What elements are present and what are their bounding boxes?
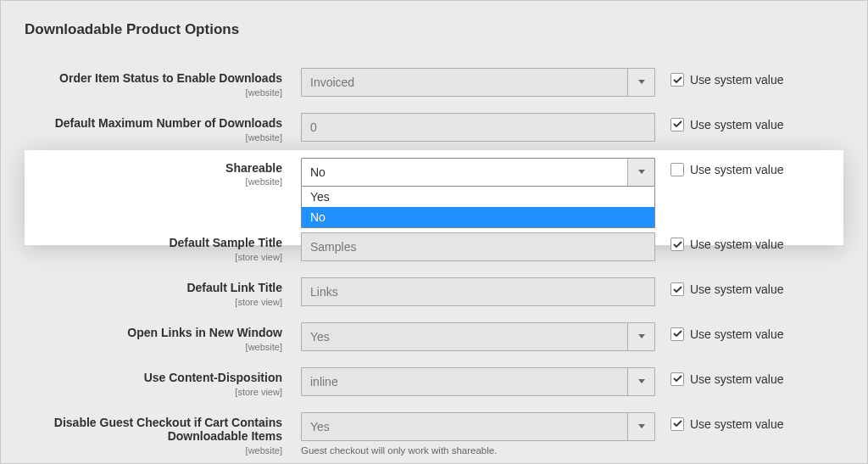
use-system-col: Use system value xyxy=(655,322,783,341)
disable-guest-select[interactable]: Yes xyxy=(301,412,655,441)
config-rows: Order Item Status to Enable Downloads [w… xyxy=(25,60,843,463)
field-col: Samples xyxy=(301,232,655,261)
use-system-label: Use system value xyxy=(690,73,783,87)
use-system-col: Use system value xyxy=(655,367,783,386)
row-content-disposition: Use Content-Disposition [store view] inl… xyxy=(25,360,843,405)
link-title-input[interactable]: Links xyxy=(301,277,655,306)
field-label: Open Links in New Window xyxy=(25,326,282,340)
field-scope: [website] xyxy=(25,87,282,98)
field-scope: [website] xyxy=(25,342,282,352)
field-col: inline xyxy=(301,367,655,396)
use-system-checkbox[interactable] xyxy=(670,417,684,431)
input-value: Links xyxy=(310,285,338,299)
use-system-checkbox[interactable] xyxy=(670,238,684,251)
field-col: Yes Guest checkout will only work with s… xyxy=(301,412,655,456)
use-system-col: Use system value xyxy=(655,232,783,251)
chevron-down-icon xyxy=(627,413,654,440)
use-system-checkbox[interactable] xyxy=(670,282,684,296)
label-col: Shareable [website] xyxy=(25,158,301,187)
field-label: Order Item Status to Enable Downloads xyxy=(25,71,282,86)
use-system-checkbox[interactable] xyxy=(670,73,684,87)
content-disposition-select[interactable]: inline xyxy=(301,367,655,396)
select-value: Invoiced xyxy=(310,75,354,89)
field-scope: [website] xyxy=(25,132,282,143)
use-system-label: Use system value xyxy=(690,282,783,296)
field-scope: [store view] xyxy=(25,297,282,307)
field-label: Use Content-Disposition xyxy=(25,371,282,385)
field-scope: [store view] xyxy=(25,252,282,262)
label-col: Disable Guest Checkout if Cart Contains … xyxy=(25,412,301,456)
label-col: Default Sample Title [store view] xyxy=(25,232,301,262)
row-max-downloads: Default Maximum Number of Downloads [web… xyxy=(25,105,843,150)
row-new-window: Open Links in New Window [website] Yes U… xyxy=(25,315,843,360)
shareable-dropdown[interactable]: Yes No xyxy=(301,187,655,228)
row-shareable: Shareable [website] No Yes No xyxy=(25,150,843,195)
row-order-status: Order Item Status to Enable Downloads [w… xyxy=(25,60,843,105)
field-col: No Yes No xyxy=(301,158,655,187)
label-col: Default Maximum Number of Downloads [web… xyxy=(25,113,301,143)
select-value: No xyxy=(310,165,326,179)
use-system-label: Use system value xyxy=(690,118,783,131)
section-title: Downloadable Product Options xyxy=(25,21,843,38)
field-col: 0 xyxy=(301,113,655,142)
field-scope: [website] xyxy=(25,445,282,456)
field-scope: [website] xyxy=(25,176,282,187)
chevron-down-icon xyxy=(627,368,654,395)
input-value: Samples xyxy=(310,240,356,254)
label-col: Use Content-Disposition [store view] xyxy=(25,367,301,397)
dropdown-option-yes[interactable]: Yes xyxy=(302,187,654,207)
label-col: Open Links in New Window [website] xyxy=(25,322,301,352)
row-link-title: Default Link Title [store view] Links Us… xyxy=(25,270,843,315)
use-system-col: Use system value xyxy=(655,158,783,176)
field-col: Invoiced xyxy=(301,68,655,97)
use-system-checkbox[interactable] xyxy=(670,163,684,176)
use-system-col: Use system value xyxy=(655,68,783,87)
use-system-label: Use system value xyxy=(690,417,783,431)
chevron-down-icon xyxy=(627,69,654,96)
order-status-select[interactable]: Invoiced xyxy=(301,68,655,97)
new-window-select[interactable]: Yes xyxy=(301,322,655,351)
max-downloads-input[interactable]: 0 xyxy=(301,113,655,142)
use-system-label: Use system value xyxy=(690,163,783,176)
helper-text: Guest checkout will only work with share… xyxy=(301,441,655,456)
row-disable-guest: Disable Guest Checkout if Cart Contains … xyxy=(25,405,843,464)
row-sample-title: Default Sample Title [store view] Sample… xyxy=(25,225,843,270)
field-col: Links xyxy=(301,277,655,306)
select-value: inline xyxy=(310,375,338,389)
use-system-label: Use system value xyxy=(690,327,783,341)
label-col: Order Item Status to Enable Downloads [w… xyxy=(25,68,301,98)
select-value: Yes xyxy=(310,330,330,344)
use-system-label: Use system value xyxy=(690,372,783,386)
use-system-col: Use system value xyxy=(655,412,783,431)
field-label: Default Sample Title xyxy=(25,236,282,250)
dropdown-option-no[interactable]: No xyxy=(302,207,654,227)
field-label: Default Maximum Number of Downloads xyxy=(25,116,282,131)
chevron-down-icon xyxy=(627,323,654,350)
label-col: Default Link Title [store view] xyxy=(25,277,301,307)
use-system-col: Use system value xyxy=(655,277,783,296)
use-system-col: Use system value xyxy=(655,113,783,131)
sample-title-input[interactable]: Samples xyxy=(301,232,655,261)
chevron-down-icon xyxy=(627,159,654,186)
shareable-select[interactable]: No xyxy=(301,158,655,187)
field-col: Yes xyxy=(301,322,655,351)
field-label: Default Link Title xyxy=(25,281,282,295)
input-value: 0 xyxy=(310,120,317,134)
field-scope: [store view] xyxy=(25,387,282,397)
field-label: Disable Guest Checkout if Cart Contains … xyxy=(25,416,282,444)
use-system-checkbox[interactable] xyxy=(670,327,684,341)
use-system-checkbox[interactable] xyxy=(670,372,684,386)
field-label: Shareable xyxy=(25,161,282,176)
use-system-checkbox[interactable] xyxy=(670,118,684,131)
select-value: Yes xyxy=(310,420,330,433)
use-system-label: Use system value xyxy=(690,238,783,251)
config-panel: Downloadable Product Options Order Item … xyxy=(1,1,867,464)
